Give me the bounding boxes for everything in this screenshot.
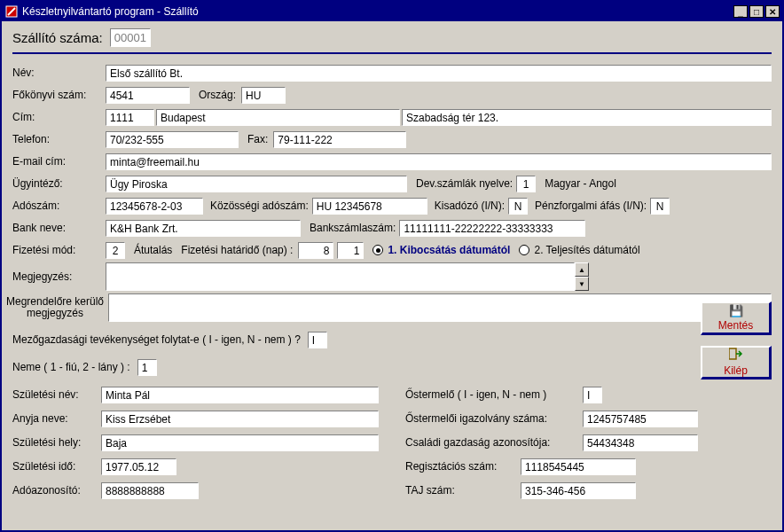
reg-number-field[interactable]: 1118545445: [521, 458, 636, 475]
radio-issue-date[interactable]: [372, 245, 383, 255]
reg-number-label: Regisztációs szám:: [405, 460, 521, 473]
invoice-lang-text: Magyar - Angol: [545, 177, 616, 190]
exit-button-label: Kilép: [724, 364, 748, 377]
supplier-window: Készletnyilvántartó program - Szállító _…: [0, 0, 784, 532]
floppy-icon: 💾: [729, 304, 743, 317]
cash-vat-field[interactable]: N: [650, 198, 670, 215]
producer-field[interactable]: I: [583, 387, 602, 403]
birth-date-label: Születési idő:: [12, 460, 101, 473]
note-field[interactable]: [106, 262, 575, 291]
maximize-button[interactable]: □: [749, 5, 764, 18]
name-label: Név:: [12, 66, 106, 79]
invoice-lang-label: Dev.számlák nyelve:: [416, 177, 513, 190]
eu-tax-label: Közösségi adószám:: [210, 200, 309, 212]
phone-label: Telefon:: [12, 133, 106, 145]
invoice-lang-field[interactable]: 1: [516, 176, 536, 192]
supplier-number-field[interactable]: 00001: [110, 28, 151, 47]
bank-account-label: Bankszámlaszám:: [310, 222, 396, 234]
agriculture-field[interactable]: I: [308, 332, 327, 348]
tax-label: Adószám:: [12, 200, 106, 212]
country-label: Ország:: [199, 89, 236, 101]
birth-place-label: Születési hely:: [12, 436, 101, 449]
birth-name-field[interactable]: Minta Pál: [101, 387, 379, 403]
city-field[interactable]: Budapest: [156, 109, 400, 126]
supplier-number-label: Szállító száma:: [12, 30, 103, 45]
ssn-field[interactable]: 315-346-456: [521, 482, 636, 499]
gender-field[interactable]: 1: [137, 359, 157, 376]
payment-mode-field[interactable]: 2: [106, 242, 125, 259]
mother-name-field[interactable]: Kiss Erzsébet: [101, 411, 379, 427]
bank-field[interactable]: K&H Bank Zrt.: [106, 220, 301, 237]
producer-label: Őstermelő ( I - igen, N - nem ): [405, 388, 583, 401]
bank-label: Bank neve:: [12, 222, 106, 234]
divider: [12, 52, 772, 54]
family-farm-label: Családi gazdaság azonosítója:: [405, 436, 583, 449]
birth-date-field[interactable]: 1977.05.12: [101, 458, 176, 475]
scroll-up-icon[interactable]: ▲: [575, 262, 589, 277]
ledger-field[interactable]: 4541: [106, 87, 190, 104]
bank-account-field[interactable]: 11111111-22222222-33333333: [399, 220, 585, 237]
contact-label: Ügyintéző:: [12, 177, 106, 190]
minimize-button[interactable]: _: [733, 5, 748, 18]
payment-mode-label: Fizetési mód:: [12, 244, 106, 256]
payment-deadline-field-1[interactable]: 8: [298, 242, 333, 259]
scroll-down-icon[interactable]: ▼: [575, 277, 589, 291]
titlebar: Készletnyilvántartó program - Szállító _…: [2, 2, 782, 21]
close-button[interactable]: ✕: [765, 5, 780, 18]
contact-field[interactable]: Ügy Piroska: [106, 176, 407, 192]
order-note-field[interactable]: [108, 293, 772, 322]
street-field[interactable]: Szabadság tér 123.: [402, 109, 772, 126]
agriculture-label: Mezőgazdasági tevékenységet folytat-e ( …: [12, 333, 301, 346]
cash-vat-label: Pénzforgalmi áfás (I/N):: [535, 200, 647, 212]
exit-icon: [729, 348, 743, 363]
tax-id-field[interactable]: 8888888888: [101, 482, 199, 499]
address-label: Cím:: [12, 111, 106, 123]
tax-id-label: Adóazonosító:: [12, 484, 101, 497]
mother-name-label: Anyja neve:: [12, 412, 101, 425]
birth-name-label: Születési név:: [12, 388, 101, 401]
producer-id-field[interactable]: 1245757485: [583, 411, 698, 427]
exit-button[interactable]: Kilép: [701, 346, 772, 379]
email-field[interactable]: minta@freemail.hu: [106, 153, 772, 170]
app-icon: [4, 4, 19, 19]
ssn-label: TAJ szám:: [405, 484, 521, 497]
order-note-label: Megrendelőre kerülő megjegyzés: [2, 296, 108, 319]
small-tax-field[interactable]: N: [508, 198, 528, 215]
transfer-label: Átutalás: [134, 244, 172, 256]
fax-field[interactable]: 79-111-222: [273, 131, 406, 148]
zip-field[interactable]: 1111: [106, 109, 154, 126]
birth-place-field[interactable]: Baja: [101, 434, 379, 451]
country-field[interactable]: HU: [241, 87, 286, 104]
name-field[interactable]: Első szállító Bt.: [106, 65, 772, 82]
save-button[interactable]: 💾 Mentés: [701, 301, 772, 335]
window-title: Készletnyilvántartó program - Szállító: [22, 5, 733, 18]
small-tax-label: Kisadózó (I/N):: [435, 200, 505, 212]
fax-label: Fax:: [247, 133, 268, 145]
svg-rect-2: [729, 348, 736, 359]
ledger-label: Főkönyvi szám:: [12, 89, 106, 101]
note-label: Megjegyzés:: [12, 270, 106, 283]
eu-tax-field[interactable]: HU 12345678: [312, 198, 427, 215]
radio-issue-date-label: 1. Kibocsátás dátumától: [388, 244, 510, 256]
gender-label: Neme ( 1 - fiú, 2 - lány ) :: [12, 361, 130, 373]
email-label: E-mail cím:: [12, 155, 106, 168]
payment-deadline-label: Fizetési határidő (nap) :: [181, 244, 293, 256]
payment-deadline-field-2[interactable]: 1: [337, 242, 364, 259]
save-button-label: Mentés: [718, 319, 753, 332]
phone-field[interactable]: 70/232-555: [106, 131, 239, 148]
family-farm-field[interactable]: 54434348: [583, 434, 698, 451]
radio-fulfillment-date-label: 2. Teljesítés dátumától: [534, 244, 639, 256]
tax-field[interactable]: 12345678-2-03: [106, 198, 203, 215]
producer-id-label: Őstermelői igazolvány száma:: [405, 412, 583, 425]
radio-fulfillment-date[interactable]: [519, 245, 529, 255]
